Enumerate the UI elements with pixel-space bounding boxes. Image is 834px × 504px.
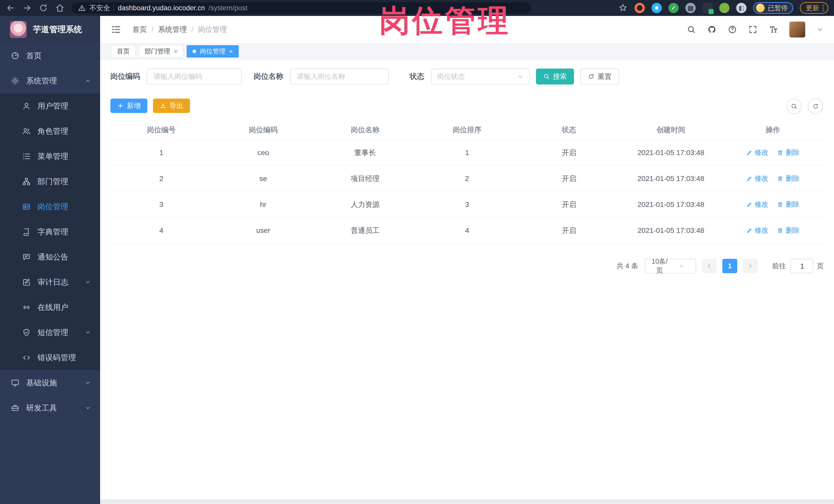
extension-check-icon[interactable]: ✓ (668, 3, 679, 13)
screen: 不安全 dashboard.yudao.iocoder.cn/system/po… (0, 0, 834, 504)
book-icon (22, 227, 31, 236)
home-icon[interactable] (55, 3, 65, 13)
sidebar-item-error-codes[interactable]: 错误码管理 (0, 345, 100, 370)
sidebar-item-label: 短信管理 (38, 327, 68, 338)
refresh-table-button[interactable] (808, 98, 823, 114)
sidebar-item-dictionary[interactable]: 字典管理 (0, 219, 100, 244)
sidebar-item-dev-tools[interactable]: 研发工具 (0, 395, 100, 420)
table-tools (786, 98, 823, 114)
sidebar-item-users[interactable]: 用户管理 (0, 93, 100, 118)
app-logo[interactable]: 芋道管理系统 (0, 16, 100, 43)
menu-list-icon (22, 152, 31, 161)
fullscreen-icon[interactable] (748, 25, 758, 34)
sidebar-item-menus[interactable]: 菜单管理 (0, 144, 100, 169)
tag-view-bar: 首页 部门管理 × 岗位管理 × (100, 43, 834, 60)
cell-status: 开启 (518, 140, 620, 166)
monitor-icon (11, 378, 20, 387)
caret-down-icon[interactable] (816, 26, 823, 33)
sidebar-item-departments[interactable]: 部门管理 (0, 169, 100, 194)
font-size-icon[interactable] (769, 25, 778, 34)
github-icon[interactable] (707, 25, 717, 34)
sidebar-item-home[interactable]: 首页 (0, 43, 100, 68)
status-select[interactable]: 岗位状态 (431, 69, 530, 85)
page-bottom-strip (100, 499, 834, 504)
delete-link[interactable]: 删除 (777, 148, 799, 157)
post-name-input[interactable] (290, 69, 389, 85)
tab-home[interactable]: 首页 (111, 45, 135, 58)
search-button[interactable]: 搜索 (536, 69, 574, 85)
user-avatar[interactable] (789, 22, 805, 38)
col-actions: 操作 (722, 120, 824, 140)
chevron-down-icon (84, 279, 91, 286)
extension-icon[interactable] (635, 3, 645, 13)
col-post-sort: 岗位排序 (416, 120, 518, 140)
logo-rabbit-image (10, 21, 27, 38)
sidebar-item-sms[interactable]: 短信管理 (0, 320, 100, 345)
search-icon[interactable] (687, 25, 696, 34)
breadcrumb-home[interactable]: 首页 (132, 25, 147, 35)
sidebar: 芋道管理系统 首页 系统管理 用户管理 角色管理 (0, 16, 100, 504)
url-domain: dashboard.yudao.iocoder.cn (118, 4, 205, 12)
close-icon[interactable]: × (174, 48, 178, 55)
page-content: 岗位编码 岗位名称 状态 岗位状态 搜索 (100, 60, 834, 499)
page-size-select[interactable]: 10条/页 (645, 259, 696, 273)
cell-status: 开启 (518, 166, 620, 192)
table-toolbar: 新增 导出 (110, 98, 824, 113)
not-secure-icon (78, 4, 86, 12)
posts-table: 岗位编号 岗位编码 岗位名称 岗位排序 状态 创建时间 操作 1 ceo (110, 120, 824, 244)
reload-icon[interactable] (39, 3, 48, 13)
delete-link[interactable]: 删除 (777, 174, 799, 183)
post-code-field[interactable] (153, 72, 236, 81)
delete-link[interactable]: 删除 (777, 200, 799, 209)
sidebar-item-infrastructure[interactable]: 基础设施 (0, 370, 100, 395)
prev-page-button[interactable] (702, 259, 717, 273)
extension-leaf-icon[interactable] (719, 3, 729, 13)
sidebar-item-audit-log[interactable]: 审计日志 (0, 269, 100, 295)
org-tree-icon (22, 177, 31, 186)
export-button[interactable]: 导出 (153, 98, 190, 113)
edit-link[interactable]: 修改 (746, 200, 769, 209)
add-button[interactable]: 新增 (110, 98, 147, 113)
toggle-search-button[interactable] (786, 98, 802, 114)
app-window: 芋道管理系统 首页 系统管理 用户管理 角色管理 (0, 16, 834, 504)
close-icon[interactable]: × (229, 48, 233, 55)
extension-crx-icon[interactable] (702, 3, 712, 13)
edit-link[interactable]: 修改 (746, 148, 769, 157)
browser-update-button[interactable]: 更新 (800, 2, 828, 14)
edit-link[interactable]: 修改 (746, 226, 769, 235)
sidebar-item-roles[interactable]: 角色管理 (0, 118, 100, 144)
cell-post-code: hr (212, 192, 314, 218)
tab-posts[interactable]: 岗位管理 × (186, 45, 239, 58)
tab-departments[interactable]: 部门管理 × (139, 45, 183, 58)
forward-icon[interactable] (22, 3, 32, 13)
sidebar-item-posts[interactable]: 岗位管理 (0, 194, 100, 219)
pencil-icon (746, 201, 753, 208)
cell-actions: 修改 删除 (722, 140, 824, 166)
sidebar-item-announcements[interactable]: 通知公告 (0, 244, 100, 269)
reset-button[interactable]: 重置 (580, 69, 619, 85)
back-icon[interactable] (6, 3, 16, 13)
edit-link[interactable]: 修改 (746, 174, 769, 183)
post-name-field[interactable] (296, 72, 383, 81)
hamburger-icon[interactable] (111, 24, 121, 35)
col-status: 状态 (518, 120, 620, 140)
table-row: 4 user 普通员工 4 开启 2021-01-05 17:03:48 修改 … (110, 218, 824, 244)
extension-grid-icon[interactable]: ▦ (685, 3, 696, 13)
sidebar-item-system[interactable]: 系统管理 (0, 68, 100, 93)
cell-post-id: 1 (110, 140, 212, 166)
sidebar-item-online-users[interactable]: 在线用户 (0, 295, 100, 320)
goto-page-input[interactable] (790, 259, 813, 273)
extensions-puzzle-icon[interactable]: ◧ (736, 3, 746, 13)
breadcrumb-system[interactable]: 系统管理 (158, 25, 187, 35)
next-page-button[interactable] (743, 259, 758, 273)
bookmark-star-icon[interactable] (618, 3, 628, 13)
post-code-input[interactable] (147, 69, 242, 85)
page-number-current[interactable]: 1 (722, 259, 737, 273)
table-row: 1 ceo 董事长 1 开启 2021-01-05 17:03:48 修改 删除 (110, 140, 824, 166)
help-icon[interactable] (728, 25, 737, 34)
cell-post-sort: 1 (416, 140, 518, 166)
browser-profile-chip[interactable]: 已暂停 (753, 2, 793, 14)
delete-link[interactable]: 删除 (777, 226, 799, 235)
extension-pin-icon[interactable] (652, 3, 662, 13)
sidebar-item-label: 系统管理 (26, 76, 57, 86)
